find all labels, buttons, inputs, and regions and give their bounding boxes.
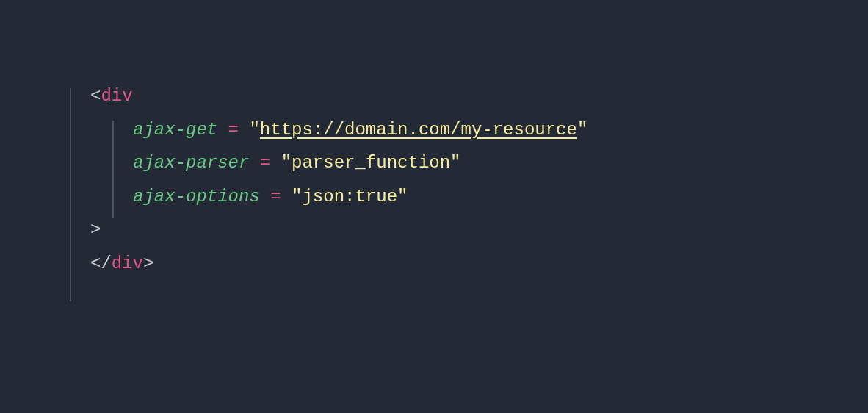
quote-close: " (450, 153, 460, 173)
code-content: <div ajax-get = "https://domain.com/my-r… (90, 79, 587, 281)
attribute-value-url: https://domain.com/my-resource (260, 120, 577, 140)
code-line-2: ajax-get = "https://domain.com/my-resour… (90, 113, 587, 147)
code-line-1: <div (90, 79, 587, 113)
closing-tag-name: div (112, 254, 143, 273)
attribute-value: parser_function (292, 153, 450, 173)
attribute-name: ajax-parser (133, 153, 249, 173)
code-line-5: > (90, 213, 587, 247)
quote-open: " (249, 120, 259, 140)
code-line-3: ajax-parser = "parser_function" (90, 146, 587, 180)
quote-close: " (577, 120, 587, 140)
tag-name: div (101, 86, 132, 106)
angle-bracket-open: < (90, 86, 101, 106)
quote-close: " (397, 187, 408, 206)
closing-tag-bracket-open: </ (90, 254, 112, 273)
equals-sign: = (217, 120, 249, 140)
code-line-4: ajax-options = "json:true" (90, 180, 587, 214)
equals-sign: = (260, 187, 292, 206)
quote-open: " (281, 153, 292, 173)
gutter-line (70, 88, 71, 301)
code-line-6: </div> (90, 247, 587, 281)
equals-sign: = (249, 153, 281, 173)
indent-guide (112, 121, 114, 218)
code-block: <div ajax-get = "https://domain.com/my-r… (70, 79, 587, 281)
attribute-name: ajax-get (133, 120, 217, 140)
attribute-name: ajax-options (133, 187, 260, 206)
angle-bracket-close: > (90, 220, 101, 240)
closing-tag-bracket-close: > (143, 254, 153, 273)
attribute-value: json:true (302, 187, 397, 206)
quote-open: " (292, 187, 302, 206)
